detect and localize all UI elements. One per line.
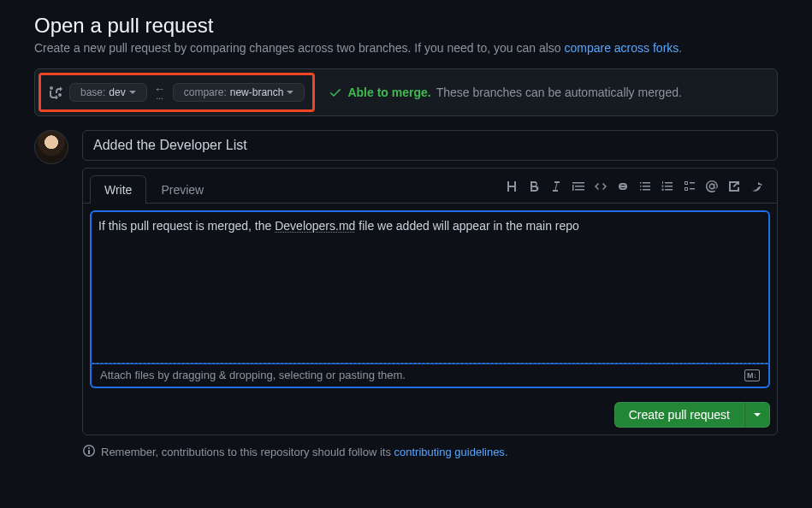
chevron-down-icon bbox=[287, 91, 293, 97]
contributing-link[interactable]: contributing guidelines bbox=[394, 446, 505, 458]
textarea-wrap: If this pull request is merged, the Deve… bbox=[83, 204, 777, 395]
tab-write[interactable]: Write bbox=[90, 175, 146, 204]
markdown-toolbar bbox=[505, 180, 770, 198]
ol-icon[interactable] bbox=[661, 180, 674, 193]
arrow-dots: ... bbox=[157, 93, 163, 99]
bold-icon[interactable] bbox=[527, 180, 541, 193]
merge-detail-text: These branches can be automatically merg… bbox=[436, 86, 682, 99]
compare-value: new-branch bbox=[230, 86, 284, 98]
crossreference-icon[interactable] bbox=[727, 180, 741, 193]
code-icon[interactable] bbox=[594, 180, 608, 193]
attach-text: Attach files by dragging & dropping, sel… bbox=[100, 369, 406, 381]
body-spell: Developers.md bbox=[275, 219, 355, 233]
highlight-box: base: dev ← ... compare: new-branch bbox=[39, 73, 315, 112]
pr-form: Write Preview If thi bbox=[82, 130, 778, 435]
compare-label: compare: bbox=[184, 86, 227, 98]
merge-ok-text: Able to merge. bbox=[347, 86, 430, 99]
reply-icon[interactable] bbox=[750, 180, 763, 193]
subtitle-text: Create a new pull request by comparing c… bbox=[34, 41, 564, 55]
comment-textarea[interactable]: If this pull request is merged, the Deve… bbox=[90, 210, 770, 364]
subtitle-post: . bbox=[679, 41, 682, 55]
check-icon bbox=[329, 86, 342, 99]
page-subtitle: Create a new pull request by comparing c… bbox=[34, 41, 778, 55]
avatar[interactable] bbox=[34, 130, 68, 164]
markdown-icon[interactable]: M↓ bbox=[744, 369, 760, 381]
ul-icon[interactable] bbox=[638, 180, 652, 193]
body-pre: If this pull request is merged, the bbox=[98, 219, 275, 233]
body-post: file we added will appear in the main re… bbox=[355, 219, 579, 233]
mention-icon[interactable] bbox=[705, 180, 719, 193]
git-compare-icon bbox=[49, 86, 62, 99]
compare-branch-button[interactable]: compare: new-branch bbox=[173, 83, 305, 102]
create-pr-dropdown[interactable] bbox=[744, 402, 770, 428]
base-value: dev bbox=[109, 86, 125, 98]
quote-icon[interactable] bbox=[572, 180, 585, 193]
heading-icon[interactable] bbox=[505, 180, 519, 193]
tab-preview[interactable]: Preview bbox=[146, 175, 218, 204]
compare-row: base: dev ← ... compare: new-branch Able… bbox=[34, 68, 778, 116]
footer-note: Remember, contributions to this reposito… bbox=[82, 444, 778, 460]
create-pr-button[interactable]: Create pull request bbox=[614, 402, 744, 428]
info-icon bbox=[82, 444, 96, 460]
footer-post: . bbox=[505, 446, 508, 458]
link-icon[interactable] bbox=[616, 180, 630, 193]
chevron-down-icon bbox=[754, 413, 761, 420]
footer-pre: Remember, contributions to this reposito… bbox=[101, 446, 394, 458]
base-branch-button[interactable]: base: dev bbox=[69, 83, 147, 102]
attach-row[interactable]: Attach files by dragging & dropping, sel… bbox=[90, 363, 770, 388]
tabs-row: Write Preview bbox=[83, 168, 777, 204]
page-title: Open a pull request bbox=[34, 14, 778, 38]
compare-forks-link[interactable]: compare across forks bbox=[564, 41, 679, 55]
chevron-down-icon bbox=[129, 91, 136, 97]
merge-status: Able to merge. These branches can be aut… bbox=[329, 86, 681, 99]
base-label: base: bbox=[80, 86, 105, 98]
arrow-icon: ← ... bbox=[154, 86, 166, 100]
italic-icon[interactable] bbox=[549, 180, 563, 193]
pr-title-input[interactable] bbox=[82, 130, 778, 161]
comment-box: Write Preview If thi bbox=[82, 168, 778, 435]
pr-body-row: Write Preview If thi bbox=[34, 130, 778, 435]
tasklist-icon[interactable] bbox=[683, 180, 696, 193]
submit-row: Create pull request bbox=[83, 395, 777, 434]
